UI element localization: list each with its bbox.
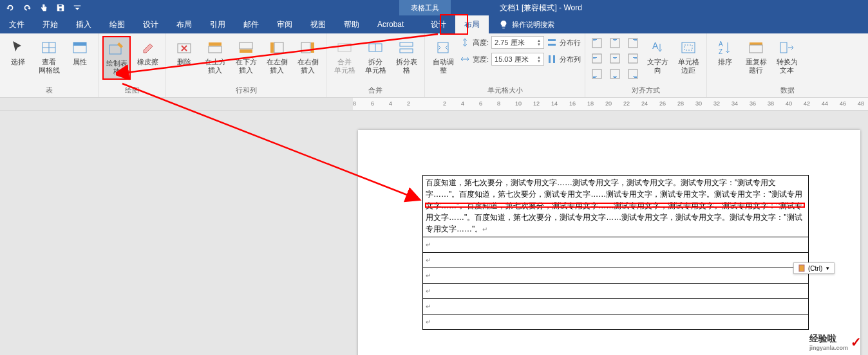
insert-left-button[interactable]: 在左侧插入	[263, 36, 291, 77]
insert-above-button[interactable]: 在上方插入	[201, 36, 229, 77]
document-title: 文档1 [兼容模式] - Word	[500, 3, 582, 14]
table-cell[interactable]: ↵	[423, 268, 809, 284]
ribbon-group-data: AZ 排序 重复标题行 转换为文本 数据	[707, 33, 868, 97]
table-row[interactable]: ↵	[423, 237, 809, 253]
merge-cells-button[interactable]: 合并 单元格	[330, 36, 359, 77]
properties-icon	[71, 39, 89, 57]
repeat-header-button[interactable]: 重复标题行	[742, 36, 770, 77]
delete-icon	[175, 39, 193, 57]
quick-access-toolbar	[0, 1, 85, 14]
svg-rect-41	[633, 57, 637, 58]
table-row[interactable]: ↵	[423, 253, 809, 268]
redo-button[interactable]	[19, 1, 35, 14]
align-tr-button[interactable]	[625, 36, 641, 50]
text-direction-button[interactable]: A 文字方向	[643, 36, 672, 77]
tab-help[interactable]: 帮助	[335, 15, 368, 33]
insert-right-button[interactable]: 在右侧插入	[294, 36, 322, 77]
eraser-button[interactable]: 橡皮擦	[133, 36, 162, 69]
table-row[interactable]: 百度知道，第七次要分，测试专用文字……测试专用文字，测试专用文字。测试专用文字：…	[423, 176, 809, 237]
svg-rect-30	[614, 41, 616, 41]
table-cell[interactable]: ↵	[423, 284, 809, 299]
svg-rect-35	[593, 57, 597, 58]
eraser-icon	[138, 39, 156, 57]
tab-insert[interactable]: 插入	[67, 15, 100, 33]
svg-rect-18	[400, 42, 413, 46]
align-ml-button[interactable]	[589, 51, 605, 66]
tab-mailings[interactable]: 邮件	[234, 15, 268, 33]
table-row[interactable]: ↵	[423, 268, 809, 284]
height-input[interactable]: 2.75 厘米 ▲▼	[491, 36, 544, 49]
split-cells-button[interactable]: 拆分 单元格	[361, 36, 390, 77]
svg-rect-46	[610, 69, 619, 78]
delete-button[interactable]: 删除	[170, 36, 198, 69]
undo-button[interactable]	[3, 1, 18, 14]
svg-rect-20	[438, 42, 448, 53]
tab-table-layout[interactable]: 布局	[455, 15, 489, 33]
properties-button[interactable]: 属性	[66, 36, 94, 69]
tab-home[interactable]: 开始	[33, 15, 67, 33]
svg-rect-59	[780, 42, 787, 53]
tell-me-search[interactable]: 操作说明搜索	[499, 20, 554, 30]
touch-mode-button[interactable]	[36, 1, 52, 14]
table-row[interactable]: ↵	[423, 299, 809, 314]
tab-design[interactable]: 设计	[134, 15, 167, 33]
view-gridlines-button[interactable]: 查看 网格线	[35, 36, 63, 77]
tab-file[interactable]: 文件	[0, 15, 33, 33]
page[interactable]: 百度知道，第七次要分，测试专用文字……测试专用文字，测试专用文字。测试专用文字：…	[358, 130, 860, 355]
tab-layout[interactable]: 布局	[167, 15, 201, 33]
document-table[interactable]: 百度知道，第七次要分，测试专用文字……测试专用文字，测试专用文字。测试专用文字：…	[422, 175, 809, 330]
cell-margins-button[interactable]: 单元格 边距	[674, 36, 703, 77]
align-mr-button[interactable]	[625, 51, 641, 66]
autofit-button[interactable]: 自动调整	[429, 36, 457, 77]
lightbulb-icon	[499, 20, 508, 29]
sort-button[interactable]: AZ 排序	[711, 36, 739, 69]
tell-me-label: 操作说明搜索	[512, 20, 554, 30]
align-bc-button[interactable]	[607, 67, 623, 81]
svg-rect-33	[634, 41, 637, 41]
tab-view[interactable]: 视图	[301, 15, 335, 33]
table-cell[interactable]: 百度知道，第七次要分，测试专用文字……测试专用文字，测试专用文字。测试专用文字：…	[423, 176, 809, 237]
tab-draw[interactable]: 绘图	[100, 15, 134, 33]
convert-text-button[interactable]: 转换为文本	[773, 36, 801, 77]
spinner-arrows[interactable]: ▲▼	[537, 39, 541, 46]
table-row[interactable]: ↵	[423, 284, 809, 299]
clipboard-icon	[798, 264, 806, 272]
text-direction-icon: A	[648, 39, 666, 57]
align-bl-button[interactable]	[589, 67, 605, 81]
tab-review[interactable]: 审阅	[268, 15, 301, 33]
split-table-button[interactable]: 拆分表格	[392, 36, 420, 77]
paste-options-button[interactable]: (Ctrl) ▼	[793, 262, 835, 274]
svg-rect-54	[684, 45, 692, 50]
align-mc-button[interactable]	[607, 51, 623, 66]
table-cell[interactable]: ↵	[423, 253, 809, 268]
titlebar: 表格工具 文档1 [兼容模式] - Word	[0, 0, 868, 15]
customize-qat-button[interactable]	[70, 1, 85, 14]
table-row[interactable]: ↵	[423, 314, 809, 330]
watermark: 经验啦 jingyanla.com ✓	[809, 333, 862, 351]
save-button[interactable]	[53, 1, 68, 14]
cell-margins-icon	[679, 39, 697, 57]
select-button[interactable]: 选择	[4, 36, 32, 69]
table-cell[interactable]: ↵	[423, 299, 809, 314]
tab-table-design[interactable]: 设计	[422, 15, 455, 33]
split-cells-icon	[366, 39, 384, 57]
align-br-button[interactable]	[625, 67, 641, 81]
svg-rect-24	[553, 55, 555, 63]
table-cell[interactable]: ↵	[423, 237, 809, 253]
ribbon-group-cell-size: 自动调整 高度: 2.75 厘米 ▲▼ 分布行 宽度:	[425, 33, 585, 97]
tab-references[interactable]: 引用	[201, 15, 234, 33]
align-tl-button[interactable]	[589, 36, 605, 50]
svg-rect-49	[628, 69, 637, 78]
distribute-rows-button[interactable]: 分布行	[560, 38, 581, 48]
tab-acrobat[interactable]: Acrobat	[368, 15, 413, 33]
distribute-cols-button[interactable]: 分布列	[560, 55, 581, 64]
insert-below-button[interactable]: 在下方插入	[232, 36, 260, 77]
spinner-arrows[interactable]: ▲▼	[537, 55, 541, 63]
svg-rect-47	[613, 76, 617, 77]
draw-table-button[interactable]: 绘制表格	[102, 36, 131, 80]
svg-rect-50	[633, 76, 637, 77]
align-tc-button[interactable]	[607, 36, 623, 50]
distribute-cols-icon	[547, 54, 557, 64]
width-input[interactable]: 15.03 厘米 ▲▼	[491, 53, 544, 66]
table-cell[interactable]: ↵	[423, 314, 809, 330]
